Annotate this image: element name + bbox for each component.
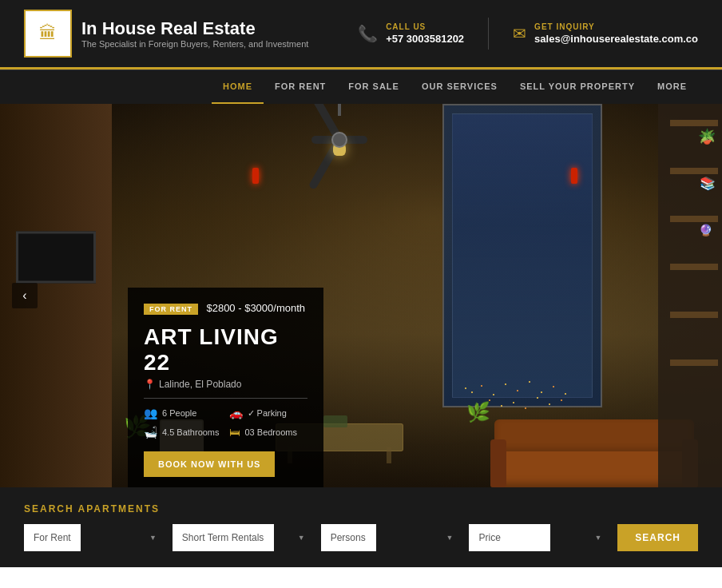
prev-arrow-icon: ‹	[22, 288, 26, 303]
tv	[16, 232, 96, 284]
ceiling-fan	[276, 116, 403, 164]
call-number: +57 3003581202	[386, 33, 464, 45]
logo-area: 🏛 In House Real Estate The Specialist in…	[24, 10, 308, 58]
search-title: SEARCH APARTMENTS	[24, 503, 698, 514]
site-title: In House Real Estate	[81, 18, 308, 39]
phone-icon: 📞	[358, 24, 378, 43]
hero-section: 🌿 🌿 🪴 📚 🔮 FOR RENT $2800 - $3000/month	[0, 104, 722, 487]
for-rent-badge: FOR RENT	[144, 304, 198, 315]
window	[442, 104, 602, 407]
call-item: 📞 CALL US +57 3003581202	[358, 22, 464, 46]
location-pin-icon: 📍	[144, 379, 156, 390]
persons-select[interactable]: Persons 1 2 4 6 8+	[321, 524, 376, 551]
bookshelf: 🪴 📚 🔮	[658, 104, 722, 487]
ceiling-light-1	[252, 168, 259, 184]
property-title: ART LIVING 22	[144, 324, 307, 375]
hero-background: 🌿 🌿 🪴 📚 🔮	[0, 104, 722, 487]
price-wrapper: Price $1000 - $2000 $2000 - $3000 $3000 …	[469, 524, 609, 551]
ceiling-light-2	[571, 168, 577, 184]
window-frame	[452, 113, 593, 398]
property-card: FOR RENT $2800 - $3000/month ART LIVING …	[128, 288, 323, 487]
persons-wrapper: Persons 1 2 4 6 8+	[321, 524, 462, 551]
plant-right: 🌿	[466, 401, 490, 423]
inquiry-item: ✉ GET INQUIRY sales@inhouserealestate.co…	[513, 22, 698, 46]
nav-home[interactable]: HOME	[212, 70, 264, 104]
contact-area: 📞 CALL US +57 3003581202 ✉ GET INQUIRY s…	[358, 18, 698, 50]
rental-term-select[interactable]: Short Term Rentals Long Term Rentals	[173, 524, 274, 551]
inquiry-email: sales@inhouserealestate.com.co	[534, 33, 698, 45]
nav-for-sale[interactable]: FOR SALE	[337, 70, 411, 104]
feature-bedrooms: 🛏 03 Bedrooms	[229, 426, 308, 439]
bath-icon: 🛁	[144, 426, 157, 439]
car-icon: 🚗	[229, 407, 243, 419]
feature-people: 👥 6 People	[144, 407, 223, 419]
search-controls: For Rent For Sale Short Term Rentals Lon…	[24, 524, 698, 551]
call-info: CALL US +57 3003581202	[386, 22, 464, 46]
feature-bathrooms: 🛁 4.5 Bathrooms	[144, 426, 223, 439]
contact-divider	[488, 18, 489, 50]
email-icon: ✉	[513, 24, 526, 43]
rental-type-wrapper: For Rent For Sale	[24, 524, 165, 551]
inquiry-info: GET INQUIRY sales@inhouserealestate.com.…	[534, 22, 698, 46]
rental-term-wrapper: Short Term Rentals Long Term Rentals	[173, 524, 313, 551]
prev-slide-button[interactable]: ‹	[12, 283, 38, 308]
logo-text: In House Real Estate The Specialist in F…	[81, 18, 308, 49]
popular-section: FIND HOUSE IN MEDELLIN POPULAR PROPERTY …	[0, 567, 722, 588]
feature-parking: 🚗 ✓ Parking	[229, 407, 308, 419]
nav-our-services[interactable]: OUR SERVICES	[411, 70, 509, 104]
inquiry-label: GET INQUIRY	[534, 22, 698, 31]
logo-box: 🏛	[24, 10, 72, 58]
header: 🏛 In House Real Estate The Specialist in…	[0, 0, 722, 70]
nav-more[interactable]: MORE	[646, 70, 698, 104]
logo-icon: 🏛	[39, 23, 57, 44]
property-location: 📍 Lalinde, El Poblado	[144, 379, 307, 390]
nav-for-rent[interactable]: FOR RENT	[264, 70, 337, 104]
property-features: 👥 6 People 🚗 ✓ Parking 🛁 4.5 Bathrooms 🛏…	[144, 407, 307, 439]
search-section: SEARCH APARTMENTS For Rent For Sale Shor…	[0, 487, 722, 567]
main-nav: HOME FOR RENT FOR SALE OUR SERVICES SELL…	[0, 70, 722, 104]
site-subtitle: The Specialist in Foreign Buyers, Renter…	[81, 39, 308, 49]
rental-type-select[interactable]: For Rent For Sale	[24, 524, 81, 551]
nav-sell-property[interactable]: SELL YOUR PROPERTY	[509, 70, 646, 104]
price-range: $2800 - $3000/month	[206, 302, 305, 314]
search-button[interactable]: SEARCH	[617, 524, 698, 551]
book-now-button[interactable]: BOOK NOW WITH US	[144, 451, 275, 477]
bed-icon: 🛏	[229, 426, 240, 439]
price-select[interactable]: Price $1000 - $2000 $2000 - $3000 $3000 …	[469, 524, 550, 551]
people-icon: 👥	[144, 407, 157, 419]
call-label: CALL US	[386, 22, 464, 31]
card-divider	[144, 398, 307, 399]
